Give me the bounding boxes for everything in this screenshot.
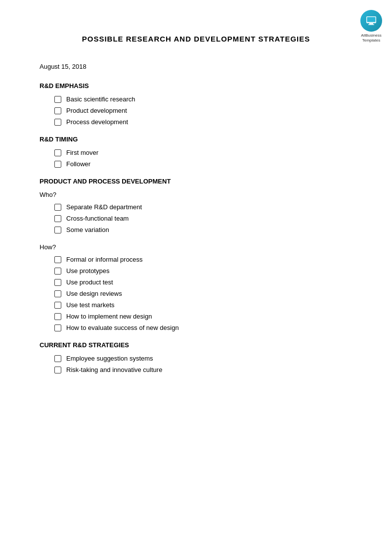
section-rd-emphasis: R&D EMPHASISBasic scientific researchPro… (40, 82, 352, 126)
list-item-text: Process development (66, 118, 128, 126)
list-item-text: Use product test (66, 278, 113, 286)
checkbox-icon[interactable] (54, 302, 61, 309)
section-current-rd: CURRENT R&D STRATEGIESEmployee suggestio… (40, 341, 352, 373)
list-item-text: Follower (66, 160, 90, 168)
checkbox-list-rd-emphasis-0: Basic scientific researchProduct develop… (54, 95, 352, 126)
section-heading-rd-emphasis: R&D EMPHASIS (40, 82, 352, 90)
subsection-label-product-process-dev-0: Who? (40, 191, 352, 198)
checkbox-icon[interactable] (54, 324, 61, 331)
checkbox-icon[interactable] (54, 204, 61, 211)
list-item: Use prototypes (54, 267, 352, 275)
list-item-text: How to implement new design (66, 313, 152, 320)
list-item-text: Use prototypes (66, 267, 109, 275)
logo-line2: Templates (362, 38, 380, 43)
svg-rect-1 (369, 23, 373, 24)
svg-rect-2 (368, 24, 374, 25)
checkbox-list-rd-timing-0: First moverFollower (54, 149, 352, 168)
section-heading-product-process-dev: PRODUCT AND PROCESS DEVELOPMENT (40, 178, 352, 185)
list-item: How to evaluate success of new design (54, 324, 352, 331)
section-heading-current-rd: CURRENT R&D STRATEGIES (40, 341, 352, 349)
list-item: Use product test (54, 278, 352, 286)
list-item-text: How to evaluate success of new design (66, 324, 179, 331)
logo-text: AllBusiness Templates (361, 33, 381, 44)
checkbox-icon[interactable] (54, 290, 61, 297)
list-item: Use test markets (54, 301, 352, 309)
list-item: How to implement new design (54, 313, 352, 320)
checkbox-icon[interactable] (54, 149, 61, 156)
section-product-process-dev: PRODUCT AND PROCESS DEVELOPMENTWho?Separ… (40, 178, 352, 331)
list-item: Use design reviews (54, 290, 352, 297)
list-item-text: Risk-taking and innovative culture (66, 366, 162, 373)
list-item: Separate R&D department (54, 203, 352, 211)
checkbox-list-product-process-dev-0: Separate R&D departmentCross-functional … (54, 203, 352, 233)
checkbox-icon[interactable] (54, 227, 61, 233)
list-item-text: Use design reviews (66, 290, 122, 297)
logo-circle (360, 10, 382, 32)
list-item-text: Product development (66, 107, 127, 114)
checkbox-icon[interactable] (54, 355, 61, 362)
svg-rect-3 (367, 17, 376, 22)
section-heading-rd-timing: R&D TIMING (40, 136, 352, 143)
list-item-text: Separate R&D department (66, 203, 142, 211)
subsection-label-product-process-dev-1: How? (40, 243, 352, 251)
checkbox-list-product-process-dev-1: Formal or informal processUse prototypes… (54, 256, 352, 331)
logo-area: AllBusiness Templates (360, 10, 382, 44)
checkbox-icon[interactable] (54, 119, 61, 126)
checkbox-list-current-rd-0: Employee suggestion systemsRisk-taking a… (54, 355, 352, 373)
list-item: Basic scientific research (54, 95, 352, 103)
list-item-text: Use test markets (66, 301, 115, 309)
document-date: August 15, 2018 (40, 63, 352, 70)
list-item: Product development (54, 107, 352, 114)
section-rd-timing: R&D TIMINGFirst moverFollower (40, 136, 352, 168)
list-item: Process development (54, 118, 352, 126)
checkbox-icon[interactable] (54, 96, 61, 103)
page: AllBusiness Templates POSSIBLE RESEARCH … (0, 0, 392, 555)
list-item-text: Employee suggestion systems (66, 355, 153, 362)
checkbox-icon[interactable] (54, 279, 61, 286)
list-item: Cross-functional team (54, 215, 352, 222)
list-item: First mover (54, 149, 352, 156)
checkbox-icon[interactable] (54, 256, 61, 263)
list-item-text: Formal or informal process (66, 256, 143, 263)
list-item-text: First mover (66, 149, 98, 156)
list-item-text: Some variation (66, 226, 109, 233)
monitor-icon (365, 15, 377, 27)
checkbox-icon[interactable] (54, 107, 61, 114)
list-item: Some variation (54, 226, 352, 233)
list-item-text: Cross-functional team (66, 215, 129, 222)
list-item: Follower (54, 160, 352, 168)
checkbox-icon[interactable] (54, 161, 61, 168)
list-item-text: Basic scientific research (66, 95, 135, 103)
list-item: Employee suggestion systems (54, 355, 352, 362)
checkbox-icon[interactable] (54, 215, 61, 222)
list-item: Risk-taking and innovative culture (54, 366, 352, 373)
checkbox-icon[interactable] (54, 367, 61, 373)
checkbox-icon[interactable] (54, 313, 61, 320)
sections-container: R&D EMPHASISBasic scientific researchPro… (40, 82, 352, 373)
list-item: Formal or informal process (54, 256, 352, 263)
logo-line1: AllBusiness (361, 33, 381, 38)
checkbox-icon[interactable] (54, 268, 61, 275)
page-title: POSSIBLE RESEARCH AND DEVELOPMENT STRATE… (40, 35, 352, 43)
